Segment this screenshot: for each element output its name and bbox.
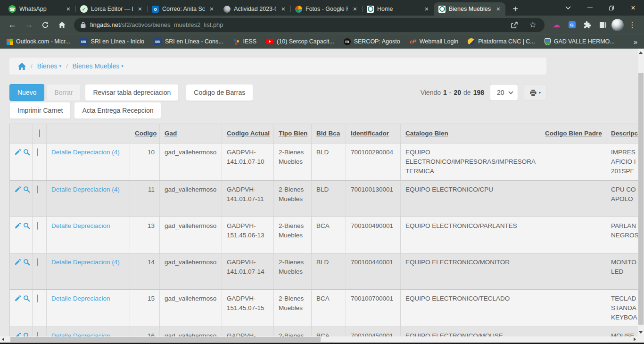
bookmark-sercop-capacitacion[interactable]: (10) Sercop Capacit...	[266, 38, 334, 45]
cell-identificador: 700100490001	[346, 217, 401, 253]
breadcrumb-item-bienes[interactable]: Bienes▾	[37, 62, 61, 70]
tab-close-icon[interactable]: ×	[136, 5, 144, 13]
row-checkbox[interactable]	[37, 222, 38, 230]
scroll-left-arrow[interactable]	[2, 337, 4, 341]
tab-lorca-editor[interactable]: ✓ Lorca Editor — El ×	[75, 2, 147, 16]
horizontal-scroll-thumb[interactable]	[10, 337, 321, 342]
bookmark-iess[interactable]: IESS	[233, 38, 257, 45]
bookmark-sercop-agosto[interactable]: m SERCOP: Agosto	[344, 38, 400, 45]
codigo-de-barras-button[interactable]: Codigo de Barras	[186, 84, 253, 101]
row-checkbox[interactable]	[37, 332, 38, 336]
tab-home[interactable]: Home ×	[362, 2, 434, 16]
share-icon[interactable]	[507, 18, 521, 32]
print-button[interactable]: ▾	[524, 84, 546, 101]
bookmark-plataforma-cnc[interactable]: Plataforma CNC | C...	[468, 38, 535, 45]
tab-close-icon[interactable]: ×	[495, 5, 502, 13]
detalle-depreciacion-link[interactable]: Detalle Depreciacion	[51, 295, 110, 302]
search-icon[interactable]	[23, 186, 30, 193]
side-panel-icon[interactable]	[596, 18, 610, 32]
close-window-button[interactable]: ×	[622, 0, 644, 16]
search-icon[interactable]	[23, 222, 30, 229]
tab-correo[interactable]: o Correo: Anita Sos ×	[147, 2, 219, 16]
nuevo-button[interactable]: Nuevo	[9, 84, 44, 101]
header-select-all	[33, 124, 47, 143]
tab-close-icon[interactable]: ×	[280, 5, 287, 13]
edit-pencil-icon[interactable]	[14, 332, 21, 336]
detalle-depreciacion-link[interactable]: Detalle Depreciacion (4)	[51, 186, 120, 193]
edit-pencil-icon[interactable]	[14, 259, 21, 266]
column-header-catalogo-bien[interactable]: Catalogo Bien	[401, 124, 540, 143]
forward-button[interactable]: →	[21, 17, 36, 33]
new-tab-button[interactable]: +	[509, 2, 522, 16]
scroll-down-arrow[interactable]	[639, 331, 643, 334]
search-icon[interactable]	[23, 332, 30, 336]
horizontal-scrollbar[interactable]	[0, 336, 638, 343]
column-header-gad[interactable]: Gad	[160, 124, 222, 143]
tab-close-icon[interactable]: ×	[351, 5, 359, 13]
reload-button[interactable]	[38, 17, 53, 33]
row-checkbox[interactable]	[37, 148, 38, 156]
tab-bienes-muebles[interactable]: Bienes Muebles ×	[434, 2, 505, 16]
breadcrumb-item-bienes-muebles[interactable]: Bienes Muebles▾	[73, 62, 124, 70]
breadcrumb-home-icon[interactable]	[18, 63, 26, 70]
search-icon[interactable]	[23, 295, 30, 302]
edit-pencil-icon[interactable]	[14, 222, 21, 229]
tab-close-icon[interactable]: ×	[65, 5, 72, 13]
tab-close-icon[interactable]: ×	[208, 5, 215, 13]
address-bar[interactable]: fingads.net/sf2/activos/bienes_muebles2_…	[74, 18, 545, 32]
column-header-codigo-actual[interactable]: Codigo Actual	[222, 124, 274, 143]
column-header-identificador[interactable]: Identificador	[346, 124, 401, 143]
select-all-checkbox[interactable]	[39, 129, 40, 137]
translate-extension-icon[interactable]: G	[565, 18, 579, 32]
borrar-button[interactable]: Borrar	[46, 84, 81, 101]
scroll-up-arrow[interactable]	[639, 51, 643, 54]
bookmarks-overflow-chevron[interactable]: »	[634, 38, 637, 46]
cell-codigo-bien-padre	[540, 143, 606, 181]
bookmark-outlook[interactable]: Outlook.com - Micr...	[7, 38, 70, 45]
imprimir-carnet-button[interactable]: Imprimir Carnet	[9, 102, 71, 119]
row-checkbox[interactable]	[37, 294, 38, 302]
search-icon[interactable]	[23, 259, 30, 266]
tab-fotos[interactable]: Fotos - Google F ×	[290, 2, 362, 16]
revisar-tabla-depreciacion-button[interactable]: Revisar tabla depreciacion	[85, 84, 179, 101]
vertical-scroll-thumb[interactable]	[638, 73, 644, 325]
column-header-bld-bca[interactable]: Bld Bca	[312, 124, 346, 143]
vertical-scrollbar[interactable]	[638, 49, 644, 336]
back-button[interactable]: ←	[5, 17, 20, 33]
row-checkbox[interactable]	[37, 185, 38, 193]
cloud-extension-icon[interactable]: ☁	[549, 18, 563, 32]
tab-search-chevron-icon[interactable]	[557, 0, 579, 16]
bookmark-gad-valle-hermoso[interactable]: GAD VALLE HERMO...	[545, 38, 615, 45]
menu-kebab-icon[interactable]: ⋮	[625, 18, 639, 32]
column-header-codigo[interactable]: Codigo	[130, 124, 160, 143]
bookmark-sri-consultas[interactable]: SRI SRI en Línea - Cons...	[154, 38, 223, 45]
tab-whatsapp[interactable]: ☎ WhatsApp ×	[4, 2, 75, 16]
page-size-select[interactable]: 20	[490, 84, 518, 101]
scroll-right-arrow[interactable]	[634, 337, 636, 341]
minimize-button[interactable]	[579, 0, 601, 16]
column-header-descripcion[interactable]: Descripcion	[606, 124, 638, 143]
edit-pencil-icon[interactable]	[14, 186, 21, 193]
edit-pencil-icon[interactable]	[14, 295, 21, 302]
bookmark-sri-inicio[interactable]: SRI SRI en Línea - Inicio	[80, 38, 144, 45]
detalle-depreciacion-link[interactable]: Detalle Depreciacion (4)	[51, 259, 120, 266]
tab-close-icon[interactable]: ×	[423, 5, 430, 13]
search-icon[interactable]	[23, 149, 30, 156]
bookmark-star-icon[interactable]: ☆	[526, 18, 540, 32]
column-header-tipo-bien[interactable]: Tipo Bien	[274, 124, 312, 143]
column-header-codigo-bien-padre[interactable]: Codigo Bien Padre	[540, 124, 606, 143]
detalle-depreciacion-link[interactable]: Detalle Depreciacion (4)	[51, 149, 120, 156]
home-button[interactable]	[54, 17, 69, 33]
tab-actividad[interactable]: Actividad 2023-0 ×	[219, 2, 290, 16]
profile-avatar[interactable]	[611, 19, 624, 31]
cell-codigo-actual: GADPVH-151.45.06-13	[222, 217, 274, 253]
bookmark-webmail[interactable]: cP Webmail Login	[410, 38, 459, 45]
edit-pencil-icon[interactable]	[14, 149, 21, 156]
extensions-puzzle-icon[interactable]	[580, 18, 594, 32]
detalle-depreciacion-link[interactable]: Detalle Depreciacion	[51, 222, 110, 229]
google-photos-icon	[295, 6, 302, 13]
acta-entrega-recepcion-button[interactable]: Acta Entrega Recepcion	[74, 102, 161, 119]
row-checkbox[interactable]	[37, 258, 38, 266]
restore-button[interactable]	[601, 0, 622, 16]
detalle-depreciacion-link[interactable]: Detalle Depreciacion	[51, 332, 110, 336]
